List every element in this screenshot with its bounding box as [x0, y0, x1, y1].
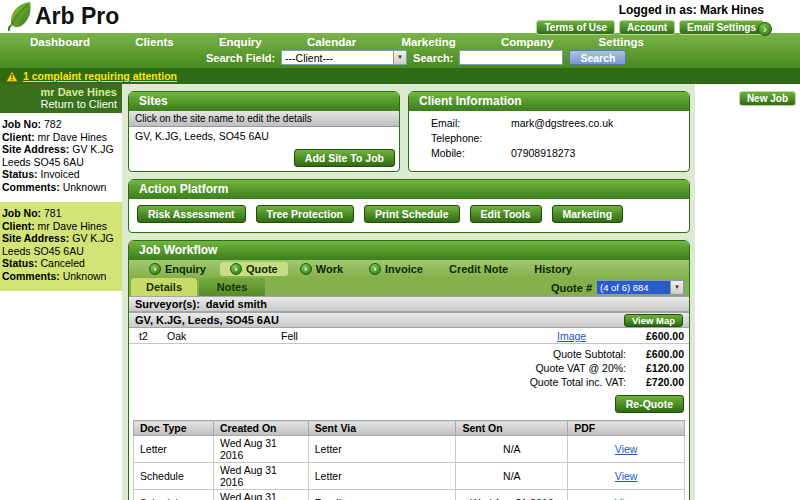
site-heading: GV, K.JG, Leeds, SO45 6AU — [135, 314, 279, 326]
workflow-tab-bar: › Enquiry › Quote › Work › Invoice Credi… — [129, 260, 689, 278]
workflow-subtab-bar: Details Notes Quote # (4 of 6) 884 ▼ — [129, 278, 689, 296]
expand-arrow-button[interactable]: › — [758, 22, 772, 36]
complaint-alert-link[interactable]: 1 complaint requiring attention — [23, 70, 177, 82]
quote-number-label: Quote # — [551, 282, 592, 294]
view-pdf-link[interactable]: View — [615, 443, 638, 455]
warning-icon — [6, 71, 18, 82]
risk-assessment-button[interactable]: Risk Assessment — [137, 205, 246, 223]
marketing-button[interactable]: Marketing — [552, 205, 624, 223]
step-arrow-icon: › — [149, 263, 161, 275]
step-arrow-icon: › — [300, 263, 312, 275]
search-label: Search: — [413, 52, 453, 64]
subtotal-row: Quote Subtotal: £600.00 — [129, 347, 684, 361]
workflow-tab-credit-note[interactable]: Credit Note — [437, 263, 522, 275]
client-email-row: Email: mark@dgstrees.co.uk — [409, 116, 689, 131]
client-telephone-row: Telephone: — [409, 131, 689, 146]
client-info-title: Client Information — [409, 92, 689, 111]
edit-tools-button[interactable]: Edit Tools — [470, 205, 542, 223]
documents-header-row: Doc Type Created On Sent Via Sent On PDF — [134, 421, 685, 436]
details-subtab[interactable]: Details — [131, 278, 197, 296]
email-settings-button[interactable]: Email Settings — [679, 20, 764, 35]
client-mobile-value: 07908918273 — [511, 147, 575, 159]
nav-item-settings[interactable]: Settings — [599, 36, 644, 48]
quote-item-row: t2 Oak Fell Image £600.00 — [129, 328, 689, 344]
site-heading-bar: GV, K.JG, Leeds, SO45 6AU View Map — [129, 312, 689, 328]
workflow-tab-history[interactable]: History — [522, 263, 586, 275]
account-button[interactable]: Account — [619, 20, 675, 35]
top-header: Arb Pro Logged in as: Mark Hines Terms o… — [0, 0, 800, 33]
requote-button[interactable]: Re-Quote — [615, 395, 684, 413]
vat-row: Quote VAT @ 20%: £120.00 — [129, 361, 684, 375]
nav-item-company[interactable]: Company — [501, 36, 553, 48]
action-platform-panel: Action Platform Risk Assessment Tree Pro… — [128, 179, 690, 233]
jobs-sidebar: mr Dave Hines Return to Client Job No: 7… — [0, 84, 122, 500]
dropdown-arrow-icon: ▼ — [670, 281, 683, 294]
step-arrow-icon: › — [369, 263, 381, 275]
dropdown-arrow-icon: ▼ — [393, 51, 406, 64]
sites-instruction: Click on the site name to edit the detai… — [129, 111, 399, 127]
nav-item-dashboard[interactable]: Dashboard — [30, 36, 90, 48]
view-map-button[interactable]: View Map — [624, 314, 683, 327]
job-card-782[interactable]: Job No: 782 Client: mr Dave Hines Site A… — [0, 113, 122, 202]
sidebar-client-name: mr Dave Hines — [5, 86, 117, 98]
main-content: Sites Click on the site name to edit the… — [122, 84, 695, 500]
search-input[interactable] — [459, 50, 563, 65]
notes-subtab[interactable]: Notes — [199, 278, 265, 296]
surveyor-name: david smith — [206, 298, 267, 310]
app-logo: Arb Pro — [7, 1, 119, 31]
search-button[interactable]: Search — [569, 50, 626, 65]
workflow-tab-quote[interactable]: › Quote — [220, 262, 288, 276]
nav-item-clients[interactable]: Clients — [135, 36, 173, 48]
quote-totals: Quote Subtotal: £600.00 Quote VAT @ 20%:… — [129, 344, 689, 389]
nav-item-calendar[interactable]: Calendar — [307, 36, 356, 48]
job-status: Invoiced — [41, 168, 80, 180]
return-to-client-link[interactable]: Return to Client — [5, 98, 117, 110]
job-workflow-panel: Job Workflow › Enquiry › Quote › Work › … — [128, 240, 690, 500]
item-ref: t2 — [129, 330, 167, 342]
print-schedule-button[interactable]: Print Schedule — [364, 205, 460, 223]
workflow-tab-enquiry[interactable]: › Enquiry — [137, 263, 220, 275]
tree-protection-button[interactable]: Tree Protection — [256, 205, 354, 223]
add-site-button[interactable]: Add Site To Job — [294, 149, 395, 167]
sites-panel-title: Sites — [129, 92, 399, 111]
new-job-button[interactable]: New Job — [739, 91, 796, 106]
client-mobile-row: Mobile: 07908918273 — [409, 146, 689, 161]
alert-bar: 1 complaint requiring attention — [0, 68, 800, 84]
logo-text: Arb Pro — [35, 3, 119, 30]
logged-in-as: Logged in as: Mark Hines — [536, 3, 764, 17]
nav-item-enquiry[interactable]: Enquiry — [219, 36, 262, 48]
client-email-value: mark@dgstrees.co.uk — [511, 117, 613, 129]
client-info-panel: Client Information Email: mark@dgstrees.… — [408, 91, 690, 172]
action-platform-title: Action Platform — [129, 180, 689, 199]
site-name-link[interactable]: GV, K.JG, Leeds, SO45 6AU — [129, 127, 399, 148]
step-arrow-icon: › — [230, 263, 242, 275]
search-field-select[interactable]: ---Client--- ▼ — [281, 50, 407, 65]
item-work: Fell — [281, 330, 557, 342]
user-name: Mark Hines — [700, 3, 764, 17]
document-row: Schedule Wed Aug 31 2016 Letter N/A View — [134, 463, 685, 490]
quote-number-select[interactable]: (4 of 6) 884 ▼ — [596, 280, 684, 295]
nav-item-marketing[interactable]: Marketing — [401, 36, 455, 48]
view-pdf-link[interactable]: View — [615, 470, 638, 482]
sites-panel: Sites Click on the site name to edit the… — [128, 91, 400, 172]
workflow-tab-invoice[interactable]: › Invoice — [357, 263, 437, 275]
workflow-body: Surveyor(s): david smith GV, K.JG, Leeds… — [129, 296, 689, 500]
document-row: Letter Wed Aug 31 2016 Letter N/A View — [134, 436, 685, 463]
surveyor-bar: Surveyor(s): david smith — [129, 296, 689, 312]
item-tree: Oak — [167, 330, 281, 342]
job-status: Canceled — [41, 257, 85, 269]
main-navigation: Dashboard Clients Enquiry Calendar Marke… — [0, 33, 800, 68]
leaf-icon — [7, 1, 33, 31]
item-price: £600.00 — [619, 330, 689, 342]
document-row: Schedule Wed Aug 31 2016 Email Wed Aug 3… — [134, 490, 685, 500]
sidebar-header: mr Dave Hines Return to Client — [0, 84, 122, 113]
right-column: New Job — [695, 84, 800, 500]
workflow-tab-work[interactable]: › Work — [288, 263, 357, 275]
terms-of-use-button[interactable]: Terms of Use — [536, 20, 615, 35]
job-card-781[interactable]: Job No: 781 Client: mr Dave Hines Site A… — [0, 202, 122, 291]
account-area: Logged in as: Mark Hines Terms of Use Ac… — [536, 3, 764, 35]
documents-table: Doc Type Created On Sent Via Sent On PDF… — [133, 420, 685, 500]
image-link[interactable]: Image — [557, 330, 586, 342]
job-workflow-title: Job Workflow — [129, 241, 689, 260]
total-row: Quote Total inc. VAT: £720.00 — [129, 375, 684, 389]
